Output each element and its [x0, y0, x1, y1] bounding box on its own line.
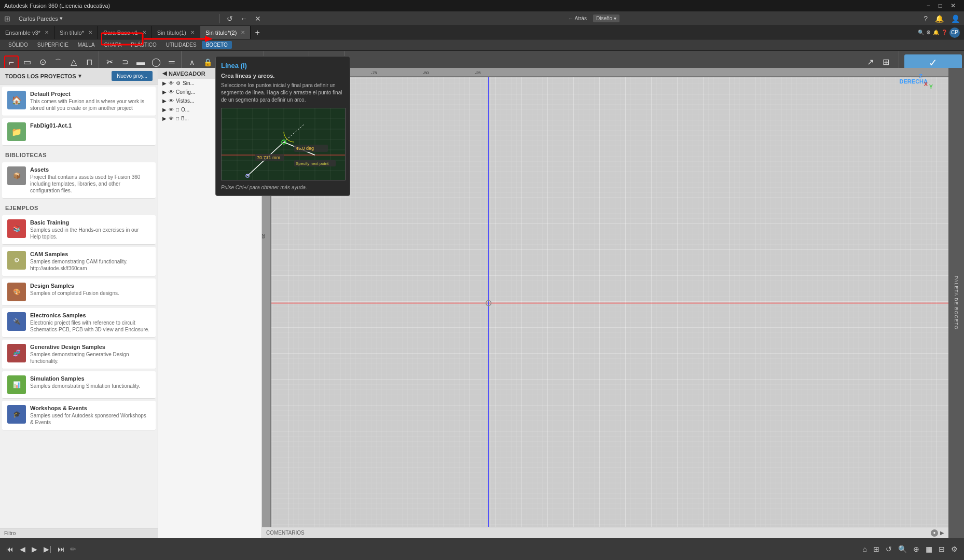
tab-cara-base[interactable]: Cara Base v1 ✕	[98, 26, 152, 39]
project-desc-default: This comes with Fusion and is where your…	[30, 98, 150, 111]
tab-ensamble[interactable]: Ensamble v3* ✕	[0, 26, 54, 39]
zoom-level-icon[interactable]: ⊕	[911, 544, 921, 554]
nav-gear-sin[interactable]: ⚙	[176, 80, 181, 86]
example-item-workshops[interactable]: 🎓 Workshops & Events Samples used for Au…	[2, 401, 156, 430]
coincident-button[interactable]: ∧	[185, 58, 199, 67]
select2-icon: ⊞	[883, 58, 889, 66]
example-item-simulation[interactable]: 📊 Simulation Samples Samples demonstrati…	[2, 371, 156, 399]
select-button[interactable]: ↗	[863, 57, 877, 67]
example-item-design[interactable]: 🎨 Design Samples Samples of completed Fu…	[2, 278, 156, 306]
close-tab-sin-titulo-1[interactable]: ✕	[190, 30, 195, 35]
close-tab-cara-base[interactable]: ✕	[142, 30, 146, 35]
tab-label-ensamble: Ensamble v3*	[5, 30, 40, 36]
filter-label: Filtro	[4, 530, 16, 536]
example-item-electronics[interactable]: 🔌 Electronics Samples Electronic project…	[2, 308, 156, 338]
example-item-generative[interactable]: 🧬 Generative Design Samples Samples demo…	[2, 340, 156, 369]
close-tab-sin-titulo-2[interactable]: ✕	[241, 30, 245, 35]
ellipse-tool-button[interactable]: ◯	[149, 57, 163, 67]
tab-sin-titulo[interactable]: Sin título* ✕	[54, 26, 98, 39]
add-tab-button[interactable]: +	[251, 26, 264, 39]
maximize-button[interactable]: □	[934, 1, 946, 10]
move-tool-button[interactable]: ▬	[133, 57, 148, 67]
move-icon: ▬	[136, 58, 145, 66]
offset-tool-button[interactable]: ⊃	[118, 57, 132, 67]
play-prev-button[interactable]: ◀	[18, 544, 27, 554]
play-next-button[interactable]: ▶|	[42, 544, 53, 554]
top-menu-bar: ⊞ Carlos Paredes ▾ ↺ ← ✕ ← Atrás Diseño …	[0, 11, 964, 26]
mode-superficie[interactable]: SUPERFICIE	[33, 41, 73, 49]
assets-name: Assets	[30, 166, 150, 173]
tooltip-footer: Pulse Ctrl+/ para obtener más ayuda.	[221, 185, 345, 190]
tab-sin-titulo-1[interactable]: Sin título(1) ✕	[152, 26, 200, 39]
stop-icon[interactable]: ✕	[253, 13, 263, 24]
design-button[interactable]: Diseño ▾	[593, 15, 619, 22]
profile-avatar[interactable]: CP	[949, 27, 960, 38]
main-canvas[interactable]: -125 -100 -75 -50 -25 75 50 25 DERECHA Z…	[262, 68, 948, 538]
comentarios-arrow-button[interactable]: ▶	[940, 530, 944, 536]
account-icon[interactable]: 👤	[949, 13, 962, 24]
play-last-button[interactable]: ⏭	[56, 544, 67, 554]
user-dropdown-icon: ▾	[60, 15, 63, 22]
rect-tool-button[interactable]: ▭	[20, 57, 34, 67]
mode-chapa[interactable]: CHAPA	[100, 41, 126, 49]
refresh-icon[interactable]: ↺	[225, 13, 235, 24]
mode-solido[interactable]: SÓLIDO	[4, 41, 32, 49]
design-samples-icon: 🎨	[7, 283, 26, 301]
example-item-basic[interactable]: 📚 Basic Training Samples used in the Han…	[2, 215, 156, 245]
view-home-icon[interactable]: ⌂	[861, 544, 869, 554]
projects-dropdown-icon[interactable]: ▾	[78, 73, 81, 79]
play-first-button[interactable]: ⏮	[4, 544, 16, 554]
line-tool-button[interactable]: ⌐	[4, 55, 19, 69]
select2-button[interactable]: ⊞	[878, 57, 893, 67]
trim-tool-button[interactable]: ✂	[102, 57, 117, 67]
circle-tool-button[interactable]: ⊙	[35, 57, 50, 67]
equal-tool-button[interactable]: ═	[164, 57, 179, 67]
mode-plastico[interactable]: PLÁSTICO	[127, 41, 160, 49]
help-circle-icon[interactable]: ❓	[941, 30, 947, 35]
settings-icon[interactable]: ⚙	[926, 30, 931, 35]
display-mode-icon[interactable]: ▦	[924, 544, 934, 554]
notifications-icon[interactable]: 🔔	[933, 13, 946, 24]
play-play-button[interactable]: ▶	[30, 544, 39, 554]
settings-gear-icon[interactable]: ⚙	[949, 544, 960, 554]
comentarios-dot-button[interactable]: ●	[931, 529, 938, 537]
nav-eye-config[interactable]: 👁	[169, 89, 174, 95]
new-project-button[interactable]: Nuevo proy...	[112, 71, 153, 81]
close-tab-sin-titulo[interactable]: ✕	[88, 30, 92, 35]
nav-arrow-config: ▶	[162, 89, 167, 95]
help-icon[interactable]: ?	[921, 13, 930, 24]
orbit-icon[interactable]: ↺	[884, 544, 894, 554]
project-item-fabdig[interactable]: 📁 FabDig01-Act.1	[2, 118, 156, 146]
navigator-collapse-icon[interactable]: ◀	[162, 70, 167, 77]
back-icon[interactable]: ←	[238, 13, 250, 24]
mode-malla[interactable]: MALLA	[74, 41, 99, 49]
mode-boceto[interactable]: BOCETO	[202, 41, 232, 49]
mode-utilidades[interactable]: UTILIDADES	[162, 41, 201, 49]
tab-sin-titulo-2[interactable]: Sin título*(2) ✕	[200, 26, 251, 39]
close-button[interactable]: ✕	[946, 1, 960, 10]
minimize-button[interactable]: −	[922, 1, 934, 10]
view-fit-icon[interactable]: ⊞	[871, 544, 882, 554]
apps-grid-icon[interactable]: ⊞	[2, 13, 12, 24]
example-item-cam[interactable]: ⚙ CAM Samples Samples demonstrating CAM …	[2, 247, 156, 276]
lock-button[interactable]: 🔒	[200, 58, 215, 67]
arc-tool-button[interactable]: ⌒	[51, 58, 65, 67]
generative-samples-name: Generative Design Samples	[30, 344, 150, 350]
library-item-assets[interactable]: 📦 Assets Project that contains assets us…	[2, 162, 156, 199]
slot-tool-button[interactable]: ⊓	[82, 57, 97, 67]
nav-eye-vistas[interactable]: 👁	[169, 98, 174, 104]
nav-eye-sin[interactable]: 👁	[169, 80, 174, 86]
global-search-icon[interactable]: 🔍	[918, 30, 924, 35]
user-menu[interactable]: Carlos Paredes ▾	[16, 14, 66, 23]
basic-training-desc: Samples used in the Hands-on exercises i…	[30, 227, 150, 240]
nav-eye-b[interactable]: 👁	[169, 116, 174, 121]
close-tab-ensamble[interactable]: ✕	[45, 30, 49, 35]
polygon-tool-button[interactable]: △	[66, 57, 81, 67]
notifications-bell-icon[interactable]: 🔔	[933, 30, 939, 35]
project-item-default[interactable]: 🏠 Default Project This comes with Fusion…	[2, 87, 156, 116]
timeline-edit-icon[interactable]: ✏	[69, 545, 77, 553]
grid-icon[interactable]: ⊟	[937, 544, 947, 554]
back-nav-button[interactable]: ← Atrás	[565, 15, 590, 22]
zoom-fit-icon[interactable]: 🔍	[896, 544, 909, 554]
nav-eye-o[interactable]: 👁	[169, 107, 174, 113]
